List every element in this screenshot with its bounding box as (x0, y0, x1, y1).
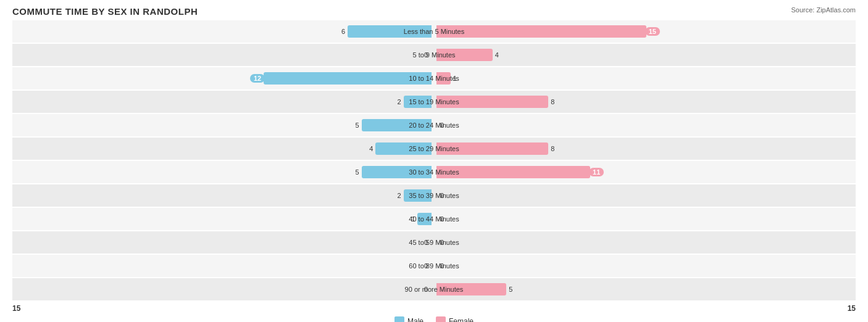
left-section: 0 (12, 278, 434, 300)
female-value: 5 (509, 286, 512, 293)
left-section: 12 (12, 67, 434, 89)
male-value: 4 (369, 145, 373, 152)
bar-row: 140 to 44 Minutes0 (12, 208, 856, 230)
bar-label: Less than 5 Minutes (385, 28, 483, 35)
right-section: 0 (434, 231, 856, 254)
male-value: 6 (341, 28, 345, 35)
left-section: 6 (12, 20, 434, 43)
bar-row: 1210 to 14 Minutes1 (12, 67, 856, 89)
left-section: 4 (12, 138, 434, 160)
bar-label: 35 to 39 Minutes (385, 192, 483, 199)
bar-label: 5 to 9 Minutes (385, 51, 483, 59)
female-value: 8 (551, 98, 554, 105)
right-section: 0 (434, 208, 856, 230)
legend: Male Female (12, 316, 856, 322)
bar-label: 60 to 89 Minutes (385, 262, 483, 270)
right-section: 15 (434, 20, 856, 43)
bar-row: 05 to 9 Minutes4 (12, 44, 856, 66)
right-section: 0 (434, 114, 856, 136)
female-value: 4 (495, 51, 499, 59)
right-section: 1 (434, 67, 856, 89)
bar-label: 15 to 19 Minutes (385, 98, 483, 105)
axis-labels: 15 15 (12, 302, 856, 313)
right-section: 8 (434, 91, 856, 113)
source-text: Source: ZipAtlas.com (791, 6, 856, 14)
bar-row: 090 or more Minutes5 (12, 278, 856, 300)
male-swatch (394, 316, 404, 322)
right-section: 11 (434, 161, 856, 183)
right-section: 0 (434, 255, 856, 277)
bar-row: 235 to 39 Minutes0 (12, 184, 856, 207)
bar-row: 060 to 89 Minutes0 (12, 255, 856, 277)
bar-label: 20 to 24 Minutes (385, 122, 483, 129)
male-value: 5 (356, 168, 359, 176)
right-section: 8 (434, 138, 856, 160)
male-label: Male (407, 317, 424, 322)
bar-row: 425 to 29 Minutes8 (12, 138, 856, 160)
bar-label: 30 to 34 Minutes (385, 168, 483, 176)
chart-title: COMMUTE TIME BY SEX IN RANDOLPH (12, 6, 856, 17)
female-swatch (436, 316, 446, 322)
male-value: 5 (356, 122, 359, 129)
left-section: 2 (12, 184, 434, 207)
legend-female: Female (436, 316, 474, 322)
legend-male: Male (394, 316, 424, 322)
right-section: 4 (434, 44, 856, 66)
right-section: 5 (434, 278, 856, 300)
bar-row: 045 to 59 Minutes0 (12, 231, 856, 254)
bar-row: 6Less than 5 Minutes15 (12, 20, 856, 43)
bar-row: 530 to 34 Minutes11 (12, 161, 856, 183)
right-section: 0 (434, 184, 856, 207)
bar-row: 520 to 24 Minutes0 (12, 114, 856, 136)
bar-label: 10 to 14 Minutes (385, 75, 483, 82)
bar-label: 25 to 29 Minutes (385, 145, 483, 152)
bar-label: 45 to 59 Minutes (385, 239, 483, 246)
bar-row: 215 to 19 Minutes8 (12, 91, 856, 113)
female-value: 8 (551, 145, 554, 152)
female-label: Female (449, 317, 474, 322)
left-section: 1 (12, 208, 434, 230)
left-section: 0 (12, 44, 434, 66)
bars-area: 6Less than 5 Minutes1505 to 9 Minutes412… (12, 20, 856, 300)
left-section: 2 (12, 91, 434, 113)
left-section: 5 (12, 161, 434, 183)
bar-label: 90 or more Minutes (385, 286, 483, 293)
bar-label: 40 to 44 Minutes (385, 215, 483, 223)
left-section: 0 (12, 255, 434, 277)
left-section: 0 (12, 231, 434, 254)
left-section: 5 (12, 114, 434, 136)
axis-right-label: 15 (848, 304, 856, 313)
chart-container: COMMUTE TIME BY SEX IN RANDOLPH Source: … (0, 0, 868, 322)
axis-left-label: 15 (12, 304, 20, 313)
